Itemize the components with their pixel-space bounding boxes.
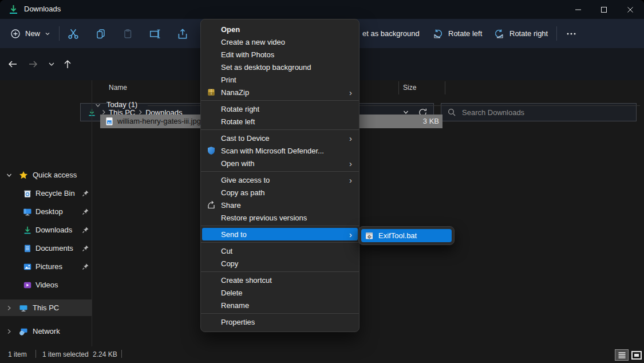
chevron-right-icon[interactable] (5, 304, 13, 312)
forward-button[interactable] (26, 57, 40, 71)
sidebar-item-recycle-bin[interactable]: Recycle Bin (0, 185, 92, 202)
menu-separator (201, 226, 359, 226)
paste-button[interactable] (121, 27, 135, 41)
network-icon (19, 327, 28, 336)
menu-separator (201, 171, 359, 172)
menu-item-share[interactable]: Share (201, 199, 359, 211)
menu-item-set-as-desktop-background[interactable]: Set as desktop background (201, 61, 359, 73)
chevron-down-icon[interactable] (94, 101, 102, 109)
menu-item-label: Rename (221, 301, 249, 310)
status-divider (35, 350, 36, 358)
menu-separator (201, 313, 359, 314)
menu-item-label: Set as desktop background (221, 63, 311, 72)
submenu-arrow-icon: › (349, 230, 352, 239)
sidebar-item-videos[interactable]: Videos (0, 277, 92, 294)
chevron-down-icon (45, 31, 50, 37)
toolbar-divider (556, 26, 557, 41)
submenu-item-exiftool[interactable]: ExifTool.bat (361, 229, 452, 242)
up-button[interactable] (61, 57, 74, 71)
menu-item-send-to[interactable]: Send to › (202, 228, 358, 240)
column-header-name[interactable]: Name (109, 84, 127, 92)
sidebar-item-label: Downloads (35, 226, 72, 234)
toolbar-divider (59, 26, 60, 41)
menu-item-nanazip[interactable]: NanaZip › (201, 86, 359, 98)
sidebar-item-label: Pictures (35, 262, 62, 271)
chevron-down-icon[interactable] (5, 171, 13, 179)
selection-summary: 1 item selected (42, 350, 89, 358)
menu-item-delete[interactable]: Delete (201, 286, 359, 299)
menu-separator (201, 271, 359, 272)
menu-item-create-a-new-video[interactable]: Create a new video (201, 35, 359, 48)
maximize-button[interactable] (591, 0, 617, 19)
rotate-right-button[interactable]: Rotate right (493, 19, 548, 48)
menu-item-open-with[interactable]: Open with › (201, 157, 359, 169)
sidebar-item-documents[interactable]: Documents (0, 240, 92, 257)
menu-item-label: Copy (221, 259, 238, 268)
new-button[interactable]: New (10, 19, 50, 48)
rotate-right-label: Rotate right (509, 29, 548, 38)
menu-item-label: Open (221, 25, 240, 34)
column-header-size[interactable]: Size (403, 84, 416, 92)
set-as-background-button[interactable]: et as background (362, 19, 420, 48)
menu-item-rotate-left[interactable]: Rotate left (201, 115, 359, 128)
sidebar-item-desktop[interactable]: Desktop (0, 203, 92, 220)
rename-button[interactable] (148, 27, 162, 41)
menu-item-give-access-to[interactable]: Give access to › (201, 173, 359, 186)
sidebar-item-pictures[interactable]: Pictures (0, 258, 92, 275)
downloads-folder-icon (8, 4, 19, 15)
pin-icon (82, 263, 89, 270)
submenu-arrow-icon: › (349, 176, 352, 184)
menu-item-create-shortcut[interactable]: Create shortcut (201, 274, 359, 286)
pictures-icon (23, 262, 32, 271)
menu-item-scan-with-microsoft-defender[interactable]: Scan with Microsoft Defender... (201, 144, 359, 157)
menu-item-label: Delete (221, 289, 243, 297)
menu-item-label: Properties (221, 318, 255, 326)
desktop-icon (23, 207, 32, 216)
batch-file-icon (365, 231, 374, 240)
minimize-button[interactable] (565, 0, 591, 19)
see-more-button[interactable] (564, 27, 578, 41)
rotate-right-icon (493, 28, 505, 40)
menu-item-label: Rotate right (221, 105, 259, 113)
rotate-left-label: Rotate left (448, 29, 482, 38)
copy-button[interactable] (94, 27, 108, 41)
menu-item-cast-to-device[interactable]: Cast to Device › (201, 132, 359, 144)
sidebar-item-this-pc[interactable]: This PC (0, 299, 92, 316)
group-header-today[interactable]: Today (1) (93, 100, 644, 111)
sidebar-item-downloads[interactable]: Downloads (0, 222, 92, 239)
menu-item-open[interactable]: Open (201, 23, 359, 35)
context-menu: Open Create a new video Edit with Photos… (200, 19, 359, 332)
close-button[interactable] (617, 0, 643, 19)
thumbnail-view-button[interactable] (630, 349, 643, 361)
sidebar-item-quick-access[interactable]: Quick access (0, 167, 92, 184)
file-explorer-window: Downloads New (0, 0, 644, 363)
menu-item-restore-previous-versions[interactable]: Restore previous versions (201, 211, 359, 224)
menu-item-copy-as-path[interactable]: Copy as path (201, 186, 359, 199)
menu-item-print[interactable]: Print (201, 73, 359, 86)
column-divider[interactable] (398, 81, 399, 94)
videos-icon (23, 281, 32, 290)
menu-item-rename[interactable]: Rename (201, 299, 359, 311)
chevron-right-icon[interactable] (5, 328, 13, 336)
menu-item-edit-with-photos[interactable]: Edit with Photos (201, 48, 359, 61)
rotate-left-button[interactable]: Rotate left (432, 19, 482, 48)
status-divider (121, 350, 122, 358)
quick-access-label: Quick access (33, 171, 77, 179)
sidebar: Quick access Recycle Bin (0, 80, 92, 346)
menu-item-cut[interactable]: Cut (201, 244, 359, 257)
star-icon (19, 171, 28, 180)
menu-item-rotate-right[interactable]: Rotate right (201, 102, 359, 115)
back-button[interactable] (6, 57, 19, 71)
share-button[interactable] (176, 27, 189, 41)
sidebar-item-network[interactable]: Network (0, 323, 92, 340)
cut-button[interactable] (66, 27, 80, 41)
details-view-button[interactable] (615, 349, 629, 361)
status-bar: 1 item 1 item selected 2.24 KB (0, 346, 644, 363)
recent-locations-chevron[interactable] (45, 57, 58, 71)
menu-item-properties[interactable]: Properties (201, 315, 359, 328)
sidebar-item-label: Videos (35, 281, 58, 289)
pin-icon (82, 244, 89, 252)
column-divider[interactable] (445, 81, 445, 94)
pin-icon (82, 208, 89, 215)
menu-item-copy[interactable]: Copy (201, 257, 359, 270)
